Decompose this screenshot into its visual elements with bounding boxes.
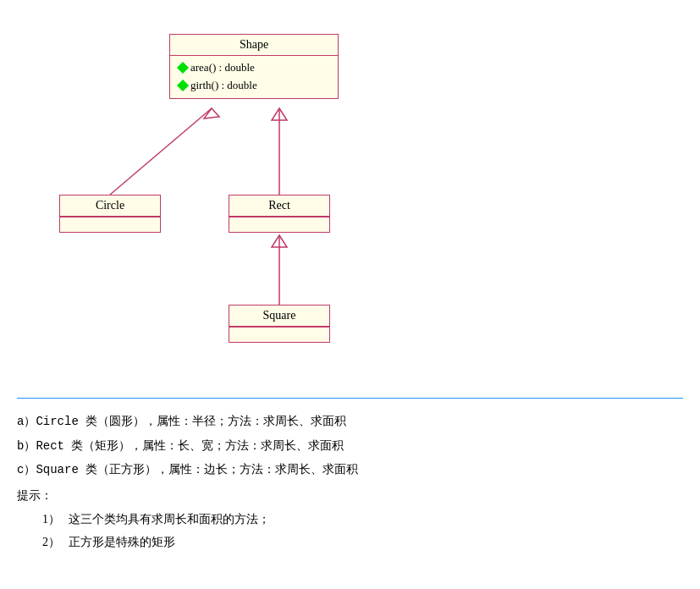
hint-items: 1） 这三个类均具有求周长和面积的方法； 2） 正方形是特殊的矩形 — [17, 509, 683, 553]
description-section: a）Circle 类（圆形），属性：半径；方法：求周长、求面积 b）Rect 类… — [17, 398, 683, 554]
hint-item-1: 1） 这三个类均具有求周长和面积的方法； — [42, 509, 683, 531]
square-class-footer — [229, 327, 329, 342]
hint-2-text: 正方形是特殊的矩形 — [69, 531, 175, 554]
hint-item-2: 2） 正方形是特殊的矩形 — [42, 531, 683, 554]
hint-1-num: 1） — [42, 509, 60, 531]
line-c: c）Square 类（正方形），属性：边长；方法：求周长、求面积 — [17, 459, 683, 482]
line-b: b）Rect 类（矩形），属性：长、宽；方法：求周长、求面积 — [17, 435, 683, 458]
shape-class-box: Shape area() : double girth() : double — [169, 34, 339, 99]
diamond-icon-area — [177, 62, 189, 74]
rect-class-footer — [229, 217, 329, 232]
line-b-text: b）Rect 类（矩形），属性：长、宽；方法：求周长、求面积 — [17, 439, 344, 453]
circle-class-box: Circle — [59, 195, 161, 233]
hint-1-text: 这三个类均具有求周长和面积的方法； — [69, 509, 270, 531]
circle-class-footer — [60, 217, 160, 232]
hint-2-num: 2） — [42, 531, 60, 554]
method-girth-text: girth() : double — [190, 77, 257, 95]
uml-diagram: Shape area() : double girth() : double C… — [17, 17, 677, 381]
circle-to-shape-line — [110, 108, 212, 195]
circle-class-title: Circle — [60, 195, 160, 217]
circle-to-shape-arrow — [204, 108, 219, 118]
diamond-icon-girth — [177, 80, 189, 91]
square-class-box: Square — [229, 305, 330, 343]
square-class-title: Square — [229, 306, 329, 327]
hint-label: 提示： — [17, 485, 683, 508]
line-c-text: c）Square 类（正方形），属性：边长；方法：求周长、求面积 — [17, 463, 358, 476]
shape-class-methods: area() : double girth() : double — [170, 56, 338, 98]
shape-class-title: Shape — [170, 35, 338, 56]
square-to-rect-arrow — [272, 235, 287, 247]
line-a: a）Circle 类（圆形），属性：半径；方法：求周长、求面积 — [17, 410, 683, 433]
line-a-text: a）Circle 类（圆形），属性：半径；方法：求周长、求面积 — [17, 415, 346, 428]
rect-class-title: Rect — [229, 195, 329, 217]
method-area-text: area() : double — [190, 59, 255, 77]
method-area: area() : double — [179, 59, 329, 77]
rect-to-shape-arrow — [272, 108, 287, 120]
rect-class-box: Rect — [229, 195, 330, 233]
method-girth: girth() : double — [179, 77, 329, 95]
